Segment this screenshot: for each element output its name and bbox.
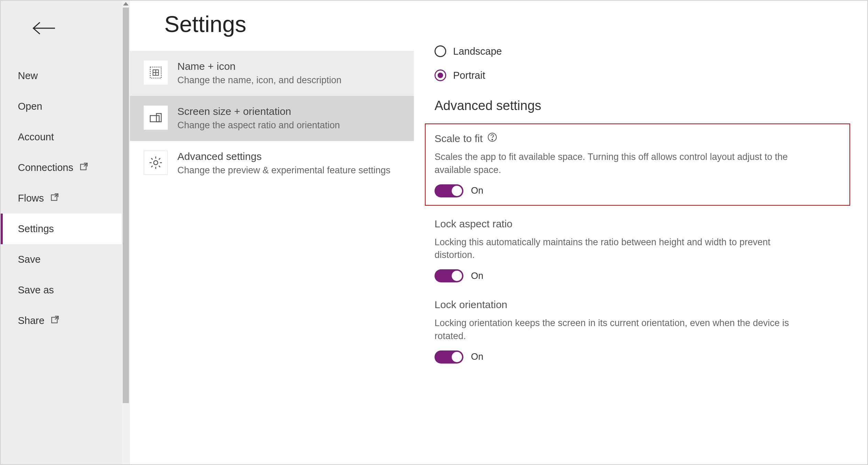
- toggle-state: On: [471, 185, 483, 196]
- nav-new[interactable]: New: [1, 61, 122, 91]
- toggle-lock-aspect[interactable]: [435, 269, 463, 282]
- setting-desc: Scales the app to fit available space. T…: [435, 151, 806, 177]
- toggle-scale-to-fit[interactable]: [435, 184, 463, 197]
- setting-lock-aspect: Lock aspect ratio Locking this automatic…: [435, 218, 850, 283]
- setting-title: Scale to fit: [435, 133, 483, 144]
- back-button[interactable]: [1, 11, 122, 61]
- gear-icon: [144, 151, 168, 175]
- nav-label: Share: [18, 315, 44, 326]
- content-area: Settings Name + icon Change the name, ic…: [130, 1, 867, 464]
- card-desc: Change the preview & experimental featur…: [177, 164, 391, 176]
- advanced-heading: Advanced settings: [435, 98, 850, 113]
- name-icon-icon: [144, 61, 168, 85]
- toggle-state: On: [471, 271, 483, 281]
- setting-card-advanced[interactable]: Advanced settings Change the preview & e…: [130, 141, 414, 186]
- card-title: Screen size + orientation: [177, 106, 340, 117]
- toggle-lock-orientation[interactable]: [435, 350, 463, 364]
- svg-line-4: [55, 194, 58, 197]
- nav-label: New: [18, 70, 38, 82]
- detail-panel: Landscape Portrait Advanced settings Sca…: [414, 1, 867, 464]
- radio-icon: [435, 69, 446, 81]
- toggle-state: On: [471, 352, 483, 362]
- scrollbar[interactable]: [122, 1, 130, 464]
- nav-label: Save: [18, 254, 41, 265]
- highlight-scale-to-fit: Scale to fit Scales the app to fit avail…: [425, 123, 850, 206]
- svg-line-2: [84, 163, 87, 166]
- nav-flows[interactable]: Flows: [1, 183, 122, 214]
- sidebar: New Open Account Connections Flows Setti…: [1, 1, 122, 464]
- nav-label: Save as: [18, 284, 54, 296]
- nav-label: Flows: [18, 193, 44, 204]
- radio-label: Landscape: [453, 46, 502, 57]
- svg-line-6: [55, 316, 58, 320]
- toggle-knob: [452, 271, 462, 281]
- external-link-icon: [51, 315, 59, 326]
- screen-size-icon: [144, 106, 168, 130]
- toggle-knob: [452, 186, 462, 196]
- nav-account[interactable]: Account: [1, 122, 122, 152]
- setting-lock-orientation: Lock orientation Locking orientation kee…: [435, 299, 850, 364]
- setting-desc: Locking orientation keeps the screen in …: [435, 317, 806, 343]
- nav-label: Open: [18, 101, 42, 112]
- nav-label: Connections: [18, 162, 73, 173]
- radio-landscape[interactable]: Landscape: [435, 45, 850, 57]
- card-desc: Change the aspect ratio and orientation: [177, 119, 340, 131]
- nav-connections[interactable]: Connections: [1, 152, 122, 183]
- nav-save[interactable]: Save: [1, 244, 122, 275]
- nav-save-as[interactable]: Save as: [1, 275, 122, 305]
- help-icon[interactable]: [487, 132, 497, 144]
- scroll-up-icon: [123, 2, 129, 6]
- nav-open[interactable]: Open: [1, 91, 122, 122]
- page-title: Settings: [130, 11, 414, 51]
- svg-rect-11: [150, 116, 159, 122]
- back-arrow-icon: [32, 30, 56, 36]
- nav-share[interactable]: Share: [1, 305, 122, 336]
- card-desc: Change the name, icon, and description: [177, 74, 341, 86]
- scroll-thumb[interactable]: [123, 8, 129, 403]
- settings-list-panel: Settings Name + icon Change the name, ic…: [130, 1, 414, 464]
- card-title: Name + icon: [177, 61, 341, 72]
- radio-portrait[interactable]: Portrait: [435, 69, 850, 81]
- svg-point-13: [154, 161, 158, 165]
- external-link-icon: [50, 193, 59, 204]
- external-link-icon: [79, 162, 88, 173]
- radio-label: Portrait: [453, 70, 485, 81]
- setting-title: Lock aspect ratio: [435, 218, 513, 230]
- setting-desc: Locking this automatically maintains the…: [435, 236, 806, 262]
- toggle-knob: [452, 352, 462, 362]
- nav-label: Settings: [18, 223, 54, 235]
- card-title: Advanced settings: [177, 151, 391, 162]
- radio-icon: [435, 45, 446, 57]
- nav-settings[interactable]: Settings: [1, 214, 122, 244]
- svg-point-15: [492, 139, 493, 140]
- nav-label: Account: [18, 131, 54, 143]
- setting-title: Lock orientation: [435, 299, 507, 311]
- setting-scale-to-fit: Scale to fit Scales the app to fit avail…: [435, 132, 840, 197]
- setting-card-name-icon[interactable]: Name + icon Change the name, icon, and d…: [130, 51, 414, 96]
- setting-card-screen-size[interactable]: Screen size + orientation Change the asp…: [130, 96, 414, 141]
